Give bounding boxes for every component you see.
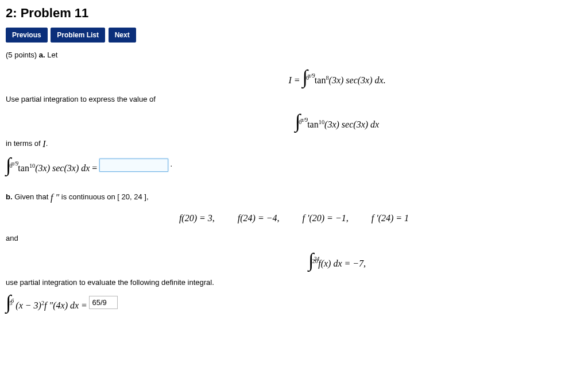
I-lhs: I =: [288, 75, 302, 85]
integral-icon: ∫ 24 20: [308, 250, 314, 270]
part-b-intro: b. Given that f ″ is continuous on [ 20,…: [6, 192, 582, 203]
integral-answer-a: ∫ π/9 0: [6, 155, 11, 175]
integrand-tan: tan: [18, 163, 29, 173]
integral-icon: ∫ π/9 0: [295, 111, 300, 131]
b-intro-pre: Given that: [13, 192, 51, 201]
integral-f: ∫ 24 20: [308, 250, 314, 270]
a-line2: Use partial integration to express the v…: [6, 95, 582, 103]
cond4: f ′(24) = 1: [372, 213, 409, 223]
part-a-label: a.: [39, 51, 45, 59]
cond3: f ′(20) = −1,: [303, 213, 349, 223]
prev-button[interactable]: Previous: [6, 28, 48, 43]
integrand-tan: tan: [315, 75, 326, 85]
b-line2: use partial integration to evaluate the …: [6, 278, 582, 287]
problem-list-button[interactable]: Problem List: [51, 28, 105, 43]
int3-pre: (x − 3): [16, 300, 41, 310]
answer-a-row: ∫ π/9 0 tan10(3x) sec(3x) dx = .: [6, 155, 582, 175]
int-lower: 0: [10, 156, 13, 176]
integral-icon: ∫ 6 5: [6, 292, 11, 312]
part-a-intro: (5 points) a. Let: [6, 51, 582, 59]
equation-J: ∫ π/9 0 tan10(3x) sec(3x) dx: [6, 111, 582, 131]
nav-buttons: Previous Problem List Next: [6, 28, 582, 43]
page-title: 2: Problem 11: [6, 6, 582, 21]
answer-a-input[interactable]: [99, 159, 168, 172]
integrand-rest: (3x) sec(3x) dx: [35, 163, 90, 173]
integral-J: ∫ π/9 0: [295, 111, 300, 131]
int-lower-5: 5: [10, 294, 13, 313]
exp-10: 10: [319, 119, 324, 125]
integral-answer-b: ∫ 6 5: [6, 292, 11, 312]
conditions-row: f(20) = 3, f(24) = −4, f ′(20) = −1, f ′…: [6, 213, 582, 223]
fpp: f ″: [51, 192, 59, 203]
cond2: f(24) = −4,: [238, 213, 280, 223]
integral-icon: ∫ π/9 0: [6, 155, 11, 175]
part-b-label: b.: [6, 192, 13, 201]
int-lower: 0: [306, 68, 309, 88]
cond1: f(20) = 3,: [179, 213, 215, 223]
equation-int-f: ∫ 24 20 f(x) dx = −7,: [6, 250, 582, 270]
answer-b-input[interactable]: [89, 296, 118, 309]
integrand-rest: (3x) sec(3x) dx.: [329, 75, 386, 85]
integrand-rest: (3x) sec(3x) dx: [324, 119, 379, 129]
equation-I: I = ∫ π/9 0 tan8(3x) sec(3x) dx.: [6, 67, 582, 87]
int-lower-20: 20: [312, 252, 318, 271]
int2-body: f(x) dx = −7,: [318, 259, 366, 268]
answer-a-trail: .: [171, 160, 173, 168]
and-label: and: [6, 234, 582, 242]
integral-I: ∫ π/9 0: [303, 67, 308, 87]
a-line3-pre: in terms of: [6, 139, 42, 148]
integrand-tan: tan: [307, 119, 319, 129]
integral-icon: ∫ π/9 0: [303, 67, 308, 87]
exp-10: 10: [29, 163, 35, 169]
next-button[interactable]: Next: [109, 28, 136, 43]
answer-b-row: ∫ 6 5 (x − 3)2f ″(4x) dx =: [6, 292, 582, 312]
part-a-let: Let: [45, 51, 58, 59]
b-intro-post: is continuous on [ 20, 24 ],: [59, 192, 148, 201]
int-lower: 0: [299, 113, 301, 132]
a-line3-post: .: [46, 139, 48, 148]
a-line3: in terms of I.: [6, 139, 582, 149]
int3-mid: f ″(4x) dx =: [44, 300, 87, 310]
points-text: (5 points): [6, 51, 39, 59]
